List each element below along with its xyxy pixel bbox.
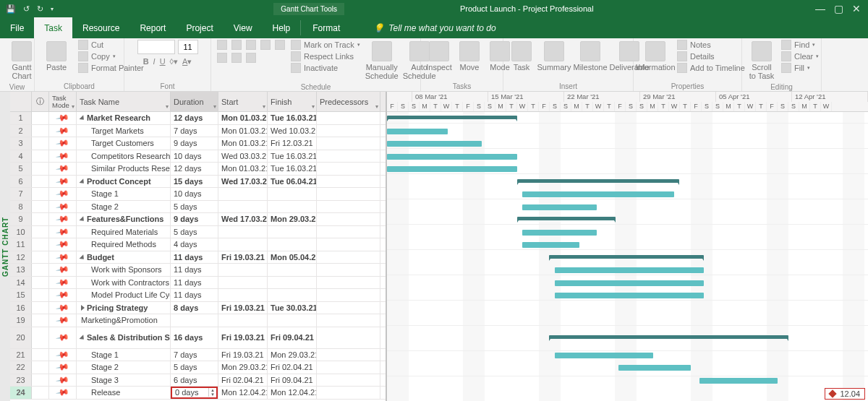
row-number[interactable]: 10 — [10, 226, 32, 238]
duration-cell[interactable]: 12 days — [171, 163, 218, 175]
table-row[interactable]: 6📌Product Concept15 daysWed 17.03.21Tue … — [10, 176, 386, 189]
row-number[interactable]: 4 — [10, 150, 32, 163]
expand-caret-icon[interactable] — [80, 254, 86, 261]
task-bar[interactable] — [387, 141, 482, 147]
pct-25-icon[interactable] — [246, 40, 256, 50]
finish-cell[interactable] — [268, 277, 317, 289]
duration-cell[interactable]: 5 days — [171, 201, 218, 213]
finish-cell[interactable] — [268, 314, 317, 327]
task-name-cell[interactable]: Required Materials — [77, 226, 171, 238]
expand-caret-icon[interactable] — [80, 335, 86, 341]
pct-100-icon[interactable] — [275, 40, 285, 50]
finish-cell[interactable]: Tue 30.03.21 — [268, 302, 317, 314]
link-tasks-icon[interactable] — [217, 53, 227, 63]
col-start[interactable]: Start▾ — [218, 92, 268, 111]
tell-me-input[interactable]: Tell me what you want to do — [388, 23, 495, 33]
start-cell[interactable]: Fri 19.03.21 — [218, 327, 268, 348]
pred-cell[interactable] — [317, 251, 380, 264]
start-cell[interactable] — [218, 277, 268, 289]
tab-format[interactable]: Format — [301, 17, 352, 38]
spinner-icon[interactable]: ▲▼ — [208, 388, 215, 397]
start-cell[interactable] — [218, 188, 268, 200]
font-color-button[interactable]: A▾ — [182, 57, 192, 66]
task-bar[interactable] — [387, 154, 517, 160]
row-number[interactable]: 21 — [10, 349, 32, 361]
duration-cell[interactable]: 5 days — [171, 226, 218, 238]
duration-cell[interactable]: 6 days — [171, 374, 218, 387]
finish-cell[interactable]: Tue 06.04.21 — [268, 176, 317, 188]
start-cell[interactable]: Mon 01.03.21 — [218, 125, 268, 137]
pred-cell[interactable] — [317, 213, 380, 225]
finish-cell[interactable]: Mon 29.03.21 — [268, 213, 317, 225]
notes-button[interactable]: Notes — [677, 40, 745, 50]
start-cell[interactable] — [218, 264, 268, 276]
mark-on-track-button[interactable]: Mark on Track▾ — [291, 40, 360, 50]
task-name-cell[interactable]: Pricing Strategy — [77, 302, 171, 314]
table-row[interactable]: 7📌Stage 110 days — [10, 188, 386, 201]
task-name-cell[interactable]: Stage 2 — [77, 201, 171, 213]
undo-icon[interactable]: ↺ — [23, 4, 30, 14]
milestone-button[interactable]: Milestone — [574, 40, 606, 73]
table-row[interactable]: 21📌Stage 17 daysFri 19.03.21Mon 29.03.21 — [10, 349, 386, 362]
task-name-cell[interactable]: Target Customers — [77, 137, 171, 150]
start-cell[interactable] — [218, 201, 268, 213]
finish-cell[interactable]: Tue 16.03.21 — [268, 112, 317, 124]
summary-bar[interactable] — [517, 217, 616, 220]
task-bar[interactable] — [555, 353, 653, 358]
row-number[interactable]: 13 — [10, 264, 32, 276]
duration-cell[interactable]: 9 days — [171, 213, 218, 225]
pred-cell[interactable] — [317, 238, 380, 251]
pred-cell[interactable] — [317, 277, 380, 289]
finish-cell[interactable]: Fri 12.03.21 — [268, 137, 317, 150]
unlink-tasks-icon[interactable] — [231, 53, 242, 63]
task-bar[interactable] — [555, 280, 704, 286]
row-number[interactable]: 5 — [10, 163, 32, 175]
pred-cell[interactable] — [317, 361, 380, 374]
task-bar[interactable] — [555, 267, 704, 273]
task-name-cell[interactable]: Stage 2 — [77, 361, 171, 374]
col-task-mode[interactable]: Task Mode▾ — [49, 92, 77, 111]
finish-cell[interactable]: Mon 12.04.21 — [268, 387, 317, 399]
finish-cell[interactable] — [268, 264, 317, 276]
start-cell[interactable]: Mon 01.03.21 — [218, 163, 268, 175]
start-cell[interactable]: Mon 01.03.21 — [218, 112, 268, 124]
col-duration[interactable]: Duration▾ — [171, 92, 218, 111]
task-name-cell[interactable]: Required Methods — [77, 238, 171, 251]
row-number[interactable]: 7 — [10, 188, 32, 200]
inactivate-button[interactable]: Inactivate — [291, 63, 360, 73]
duration-cell[interactable]: 11 days — [171, 289, 218, 301]
task-bar[interactable] — [618, 365, 691, 371]
row-number[interactable]: 6 — [10, 176, 32, 188]
pct-50-icon[interactable] — [260, 40, 271, 50]
start-cell[interactable]: Wed 03.03.21 — [218, 150, 268, 163]
duration-cell[interactable]: 16 days — [171, 327, 218, 348]
row-number[interactable]: 3 — [10, 137, 32, 150]
inspect-button[interactable]: Inspect — [427, 40, 451, 73]
tab-report[interactable]: Report — [129, 17, 176, 38]
start-cell[interactable]: Wed 17.03.21 — [218, 176, 268, 188]
split-task-icon[interactable] — [246, 53, 256, 63]
indent-right-icon[interactable] — [231, 40, 242, 50]
pred-cell[interactable] — [317, 137, 380, 150]
table-row[interactable]: 1📌Market Research12 daysMon 01.03.21Tue … — [10, 112, 386, 125]
start-cell[interactable]: Fri 19.03.21 — [218, 302, 268, 314]
fill-button[interactable]: Fill▾ — [781, 63, 819, 73]
pred-cell[interactable] — [317, 289, 380, 301]
task-name-cell[interactable]: Marketing&Promotion — [77, 314, 171, 327]
pred-cell[interactable] — [317, 201, 380, 213]
tab-view[interactable]: View — [224, 17, 263, 38]
task-name-cell[interactable]: Stage 3 — [77, 374, 171, 387]
task-bar[interactable] — [522, 204, 597, 210]
font-size-select[interactable] — [178, 40, 198, 54]
finish-cell[interactable] — [268, 226, 317, 238]
minimize-icon[interactable]: — — [815, 3, 825, 14]
table-row[interactable]: 23📌Stage 36 daysFri 02.04.21Fri 09.04.21 — [10, 374, 386, 387]
finish-cell[interactable] — [268, 201, 317, 213]
add-to-timeline-button[interactable]: Add to Timeline — [677, 63, 745, 73]
table-row[interactable]: 22📌Stage 25 daysMon 29.03.21Fri 02.04.21 — [10, 361, 386, 374]
pred-cell[interactable] — [317, 163, 380, 175]
pred-cell[interactable] — [317, 314, 380, 327]
task-name-cell[interactable]: Release — [77, 387, 171, 399]
start-cell[interactable]: Mon 12.04.21 — [218, 387, 268, 399]
table-row[interactable]: 8📌Stage 25 days — [10, 201, 386, 214]
